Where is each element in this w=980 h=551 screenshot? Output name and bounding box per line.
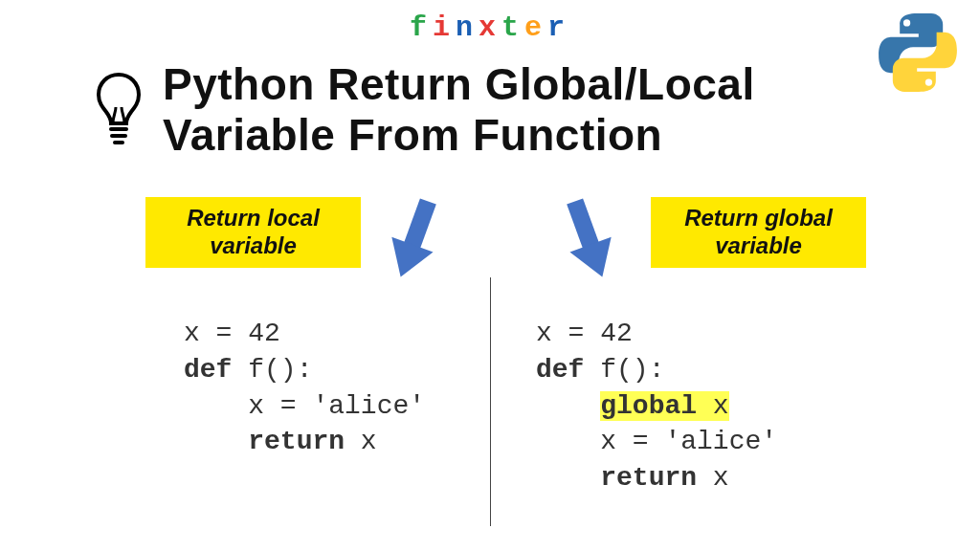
brand-letter: i (433, 11, 456, 44)
code-keyword: def (184, 355, 232, 385)
label-text: Return local (187, 205, 320, 231)
python-logo-icon (875, 10, 961, 96)
svg-point-1 (925, 78, 932, 85)
svg-rect-5 (404, 198, 436, 249)
code-line: x = 'alice' (536, 427, 777, 456)
page-title: Python Return Global/Local Variable From… (163, 59, 871, 161)
slide: finxter Python Return Global/Local Varia… (0, 0, 980, 551)
brand-letter: x (479, 11, 501, 44)
code-line: x = 'alice' (184, 391, 425, 421)
brand-letter: r (547, 11, 570, 44)
arrow-down-icon (555, 191, 622, 291)
code-keyword: def (536, 355, 584, 385)
code-line: x = 42 (184, 319, 280, 348)
code-block-local: x = 42 def f(): x = 'alice' return x (184, 316, 425, 460)
lightbulb-icon (90, 69, 147, 145)
code-text: f(): (584, 355, 664, 385)
label-return-global: Return global variable (651, 197, 866, 268)
code-block-global: x = 42 def f(): global x x = 'alice' ret… (536, 316, 777, 496)
brand-letter: t (501, 11, 524, 44)
code-text (536, 391, 600, 421)
svg-marker-8 (569, 237, 622, 285)
brand-letter: f (410, 11, 433, 44)
code-text-highlight: x (697, 391, 729, 421)
code-line: x = 42 (536, 319, 633, 348)
code-text: x (345, 427, 377, 456)
label-return-local: Return local variable (145, 197, 361, 268)
code-text: f(): (232, 355, 312, 385)
code-text (536, 463, 600, 493)
svg-marker-6 (381, 237, 434, 285)
arrow-down-icon (381, 191, 448, 291)
label-text: variable (210, 232, 297, 258)
label-text: Return global (684, 205, 833, 231)
brand-letter: e (524, 11, 547, 44)
svg-point-0 (903, 19, 910, 26)
code-keyword: return (248, 427, 345, 456)
code-text: x (697, 463, 729, 493)
brand-letter: n (456, 11, 479, 44)
code-keyword-highlight: global (600, 391, 697, 421)
vertical-divider (490, 277, 491, 526)
code-text (184, 427, 248, 456)
label-text: variable (715, 232, 802, 258)
svg-rect-7 (567, 198, 599, 249)
code-keyword: return (600, 463, 697, 493)
brand-logo: finxter (0, 11, 980, 44)
